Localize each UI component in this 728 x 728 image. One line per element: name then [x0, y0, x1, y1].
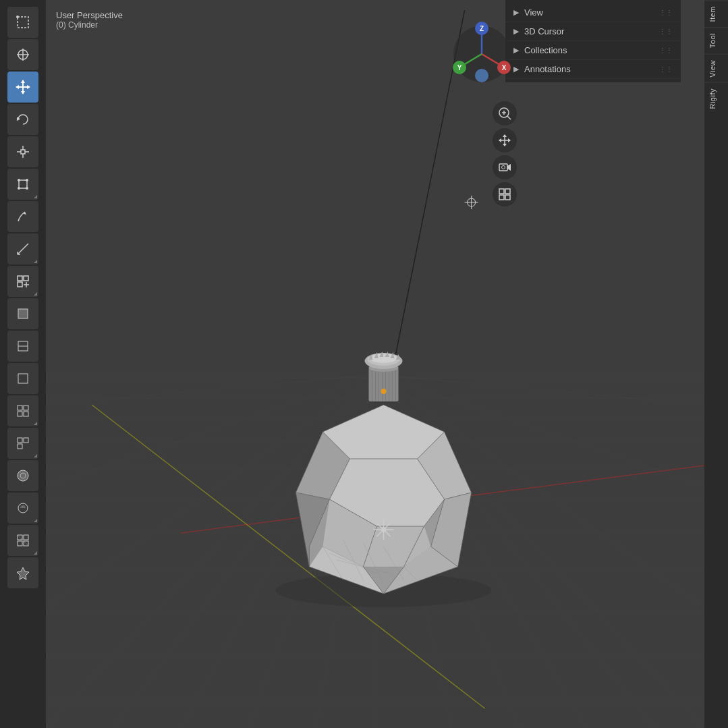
rotate-tool[interactable] — [7, 104, 38, 135]
svg-text:Z: Z — [480, 25, 484, 32]
cursor-label: 3D Cursor — [524, 26, 564, 36]
collections-dots-icon: ⋮⋮ — [659, 47, 673, 54]
scene-svg — [46, 0, 704, 728]
n-panel-annotations[interactable]: ▶ Annotations ⋮⋮ — [505, 60, 681, 79]
svg-rect-34 — [18, 405, 22, 410]
svg-rect-33 — [18, 374, 28, 383]
tool-mesh-4[interactable] — [7, 395, 38, 426]
tool-sculpt[interactable] — [7, 460, 38, 491]
svg-point-21 — [26, 187, 28, 190]
pan-button[interactable] — [493, 128, 517, 152]
svg-marker-8 — [21, 91, 25, 94]
svg-rect-12 — [21, 150, 25, 154]
n-panel-3dcursor[interactable]: ▶ 3D Cursor ⋮⋮ — [505, 22, 681, 41]
tool-mesh-5[interactable] — [7, 428, 38, 459]
svg-rect-26 — [24, 276, 28, 281]
svg-rect-17 — [19, 180, 27, 188]
add-mesh-tool[interactable] — [7, 266, 38, 297]
camera-button[interactable] — [493, 155, 517, 179]
n-panel-collections[interactable]: ▶ Collections ⋮⋮ — [505, 41, 681, 60]
tab-rigify[interactable]: Rigify — [704, 82, 728, 115]
svg-line-48 — [18, 535, 28, 546]
svg-rect-172 — [505, 189, 510, 194]
axis-gizmo[interactable]: Z X Y — [448, 20, 515, 88]
n-panel: ▶ View ⋮⋮ ▶ 3D Cursor ⋮⋮ ▶ Collections ⋮… — [505, 0, 681, 82]
tool-mesh-1[interactable] — [7, 298, 38, 329]
svg-text:X: X — [502, 64, 507, 72]
tab-view[interactable]: View — [704, 54, 728, 83]
svg-rect-30 — [18, 309, 28, 318]
n-panel-view[interactable]: ▶ View ⋮⋮ — [505, 3, 681, 22]
svg-marker-165 — [503, 144, 507, 146]
svg-rect-39 — [24, 438, 28, 443]
viewport[interactable]: User Perspective (0) Cylinder Z X Y — [46, 0, 704, 728]
svg-rect-37 — [24, 412, 28, 416]
svg-marker-49 — [17, 567, 29, 580]
svg-marker-166 — [499, 138, 501, 142]
svg-rect-171 — [499, 189, 504, 194]
svg-rect-38 — [18, 438, 22, 443]
svg-point-41 — [18, 470, 28, 481]
svg-point-170 — [502, 166, 505, 169]
svg-marker-167 — [508, 138, 511, 142]
svg-point-1 — [16, 16, 19, 18]
svg-rect-45 — [24, 535, 28, 540]
view-label: View — [524, 7, 543, 18]
cursor-dots-icon: ⋮⋮ — [659, 28, 673, 35]
view-arrow-icon: ▶ — [513, 8, 519, 17]
svg-marker-10 — [27, 85, 30, 89]
svg-rect-35 — [24, 405, 28, 410]
svg-rect-46 — [18, 541, 22, 546]
tool-mesh-2[interactable] — [7, 331, 38, 362]
svg-point-18 — [18, 179, 20, 181]
svg-marker-7 — [21, 80, 25, 83]
svg-rect-174 — [505, 195, 510, 200]
transform-tool[interactable] — [7, 169, 38, 200]
svg-line-22 — [18, 244, 28, 254]
svg-rect-173 — [499, 195, 504, 200]
svg-rect-168 — [499, 164, 507, 171]
svg-text:Y: Y — [457, 64, 462, 72]
select-box-tool[interactable] — [7, 7, 38, 38]
left-toolbar — [0, 0, 46, 728]
annotations-label: Annotations — [524, 64, 571, 74]
tool-extra[interactable] — [7, 557, 38, 588]
svg-rect-27 — [18, 282, 22, 287]
cursor-tool[interactable] — [7, 39, 38, 70]
tab-item[interactable]: Item — [704, 0, 728, 27]
right-panel: Item Tool View Rigify — [704, 0, 728, 728]
zoom-in-button[interactable] — [493, 101, 517, 125]
collections-label: Collections — [524, 45, 567, 55]
tab-tool[interactable]: Tool — [704, 27, 728, 53]
svg-rect-40 — [18, 444, 22, 449]
svg-rect-25 — [18, 276, 22, 281]
tool-lattice[interactable] — [7, 525, 38, 556]
grid-button[interactable] — [493, 182, 517, 206]
viewport-controls — [493, 101, 517, 206]
measure-tool[interactable] — [7, 233, 38, 264]
svg-point-19 — [26, 179, 28, 181]
svg-rect-0 — [18, 17, 28, 28]
scale-tool[interactable] — [7, 136, 38, 167]
annotate-tool[interactable] — [7, 201, 38, 232]
tool-paint[interactable] — [7, 493, 38, 524]
svg-line-163 — [507, 116, 511, 119]
annotations-dots-icon: ⋮⋮ — [659, 65, 673, 73]
svg-marker-164 — [503, 134, 507, 137]
svg-rect-124 — [368, 368, 398, 401]
svg-point-143 — [381, 389, 387, 394]
move-tool[interactable] — [7, 72, 38, 103]
svg-rect-36 — [18, 412, 22, 416]
view-dots-icon: ⋮⋮ — [659, 9, 673, 16]
svg-point-20 — [18, 187, 20, 190]
svg-point-159 — [475, 69, 488, 82]
svg-marker-9 — [16, 85, 19, 89]
tool-mesh-3[interactable] — [7, 363, 38, 394]
